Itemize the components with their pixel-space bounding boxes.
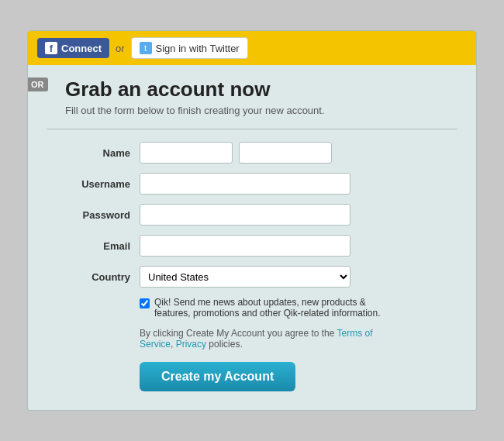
facebook-connect-button[interactable]: f Connect [37,38,109,58]
facebook-icon: f [45,42,57,54]
username-input[interactable] [140,173,350,195]
password-row: Password [62,204,457,226]
page-subtitle: Fill out the form below to finish creati… [65,105,457,116]
newsletter-checkbox-label: Qik! Send me news about updates, new pro… [154,297,403,319]
privacy-link[interactable]: Privacy [176,339,206,350]
email-label: Email [62,240,140,252]
newsletter-checkbox[interactable] [140,298,150,308]
facebook-button-label: Connect [61,43,102,54]
country-select[interactable]: United States Canada United Kingdom Aust… [140,266,350,288]
form-area: Name Username Password Email [47,142,457,391]
username-label: Username [62,178,140,190]
email-row: Email [62,235,457,257]
name-row: Name [62,142,457,164]
policies-text: policies. [206,339,243,350]
divider [47,129,457,129]
content-area: OR Grab an account now Fill out the form… [28,65,476,410]
password-label: Password [62,209,140,221]
terms-prefix-text: By clicking Create My Account you agree … [140,328,337,339]
main-container: f Connect or t Sign in with Twitter OR G… [27,30,477,411]
country-row: Country United States Canada United King… [62,266,457,288]
or-badge: OR [27,78,48,91]
name-inputs [140,142,332,164]
password-input[interactable] [140,204,350,226]
twitter-icon: t [140,42,152,54]
email-input[interactable] [140,235,350,257]
twitter-signin-button[interactable]: t Sign in with Twitter [131,37,248,59]
comma-text: , [171,339,176,350]
newsletter-checkbox-row: Qik! Send me news about updates, new pro… [140,297,403,319]
twitter-button-label: Sign in with Twitter [156,43,240,54]
username-row: Username [62,173,457,195]
last-name-input[interactable] [239,142,332,164]
page-title: Grab an account now [65,78,457,102]
name-label: Name [62,147,140,159]
terms-row: By clicking Create My Account you agree … [140,328,403,350]
or-separator: or [116,43,125,54]
create-account-button[interactable]: Create my Account [140,362,295,391]
first-name-input[interactable] [140,142,233,164]
country-label: Country [62,271,140,283]
top-bar: f Connect or t Sign in with Twitter [28,31,476,65]
